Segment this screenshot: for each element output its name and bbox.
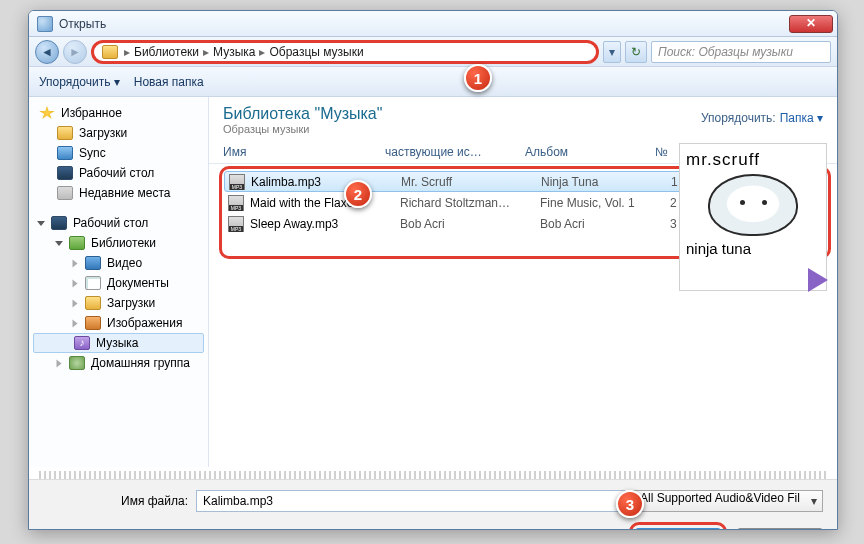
nav-recent[interactable]: Недавние места <box>29 183 208 203</box>
nav-documents[interactable]: Документы <box>29 273 208 293</box>
resize-grip[interactable] <box>39 471 827 479</box>
breadcrumb[interactable]: Библиотеки <box>132 43 201 61</box>
mp3-icon <box>228 216 244 232</box>
collapse-icon <box>73 319 78 327</box>
preview-art <box>708 174 798 236</box>
close-button[interactable]: ✕ <box>789 15 833 33</box>
annotation-marker-2: 2 <box>344 180 372 208</box>
navigation-pane: Избранное Загрузки Sync Рабочий стол Нед… <box>29 97 209 467</box>
star-icon <box>39 106 55 120</box>
preview-title: mr.scruff <box>686 150 820 170</box>
app-icon <box>37 16 53 32</box>
recent-icon <box>57 186 73 200</box>
libraries-icon <box>69 236 85 250</box>
desktop-icon <box>57 166 73 180</box>
back-button[interactable]: ◄ <box>35 40 59 64</box>
preview-subtitle: ninja tuna <box>686 240 820 257</box>
search-input[interactable]: Поиск: Образцы музыки <box>651 41 831 63</box>
sync-icon <box>57 146 73 160</box>
play-icon[interactable] <box>808 268 828 292</box>
expand-icon <box>55 241 63 246</box>
video-icon <box>85 256 101 270</box>
libraries-icon <box>102 45 118 59</box>
nav-downloads2[interactable]: Загрузки <box>29 293 208 313</box>
collapse-icon <box>73 299 78 307</box>
mp3-icon <box>228 195 244 211</box>
preview-pane: mr.scruff ninja tuna <box>679 143 827 291</box>
arrange-by: Упорядочить: Папка ▾ <box>701 111 823 125</box>
arrange-dropdown[interactable]: Папка ▾ <box>780 111 823 125</box>
collapse-icon <box>73 259 78 267</box>
nav-video[interactable]: Видео <box>29 253 208 273</box>
new-folder-button[interactable]: Новая папка <box>134 75 204 89</box>
filetype-filter[interactable]: All Supported Audio&Video Fil <box>633 490 823 512</box>
address-bar[interactable]: ▸ Библиотеки ▸ Музыка ▸ Образцы музыки <box>91 40 599 64</box>
forward-button[interactable]: ► <box>63 40 87 64</box>
open-button[interactable]: Открыть ▾ <box>635 528 721 530</box>
document-icon <box>85 276 101 290</box>
toolbar: Упорядочить ▾ Новая папка <box>29 67 837 97</box>
favorites-group[interactable]: Избранное <box>29 103 208 123</box>
nav-images[interactable]: Изображения <box>29 313 208 333</box>
nav-desktop-root[interactable]: Рабочий стол <box>29 213 208 233</box>
nav-homegroup[interactable]: Домашняя группа <box>29 353 208 373</box>
filename-label: Имя файла: <box>43 494 188 508</box>
collapse-icon <box>73 279 78 287</box>
images-icon <box>85 316 101 330</box>
open-dialog-window: Открыть ✕ ◄ ► ▸ Библиотеки ▸ Музыка ▸ Об… <box>28 10 838 530</box>
nav-downloads[interactable]: Загрузки <box>29 123 208 143</box>
titlebar: Открыть ✕ <box>29 11 837 37</box>
col-artist[interactable]: частвующие ис… <box>385 145 525 159</box>
expand-icon <box>37 221 45 226</box>
homegroup-icon <box>69 356 85 370</box>
window-title: Открыть <box>59 17 789 31</box>
filename-input[interactable] <box>196 490 625 512</box>
desktop-icon <box>51 216 67 230</box>
music-icon <box>74 336 90 350</box>
nav-sync[interactable]: Sync <box>29 143 208 163</box>
nav-music[interactable]: Музыка <box>33 333 204 353</box>
annotation-marker-1: 1 <box>464 64 492 92</box>
nav-desktop[interactable]: Рабочий стол <box>29 163 208 183</box>
content-pane: Библиотека "Музыка" Образцы музыки Упоря… <box>209 97 837 467</box>
col-album[interactable]: Альбом <box>525 145 655 159</box>
dialog-footer: Имя файла: All Supported Audio&Video Fil… <box>29 479 837 530</box>
cancel-button[interactable]: Отмена <box>737 528 823 530</box>
open-button-highlight: Открыть ▾ <box>629 522 727 530</box>
organize-menu[interactable]: Упорядочить ▾ <box>39 75 120 89</box>
collapse-icon <box>57 359 62 367</box>
folder-icon <box>57 126 73 140</box>
refresh-button[interactable]: ↻ <box>625 41 647 63</box>
folder-icon <box>85 296 101 310</box>
breadcrumb[interactable]: Музыка <box>211 43 257 61</box>
mp3-icon <box>229 174 245 190</box>
address-dropdown[interactable]: ▾ <box>603 41 621 63</box>
nav-libraries[interactable]: Библиотеки <box>29 233 208 253</box>
breadcrumb[interactable]: Образцы музыки <box>267 43 365 61</box>
nav-bar: ◄ ► ▸ Библиотеки ▸ Музыка ▸ Образцы музы… <box>29 37 837 67</box>
col-name[interactable]: Имя <box>223 145 385 159</box>
annotation-marker-3: 3 <box>616 490 644 518</box>
